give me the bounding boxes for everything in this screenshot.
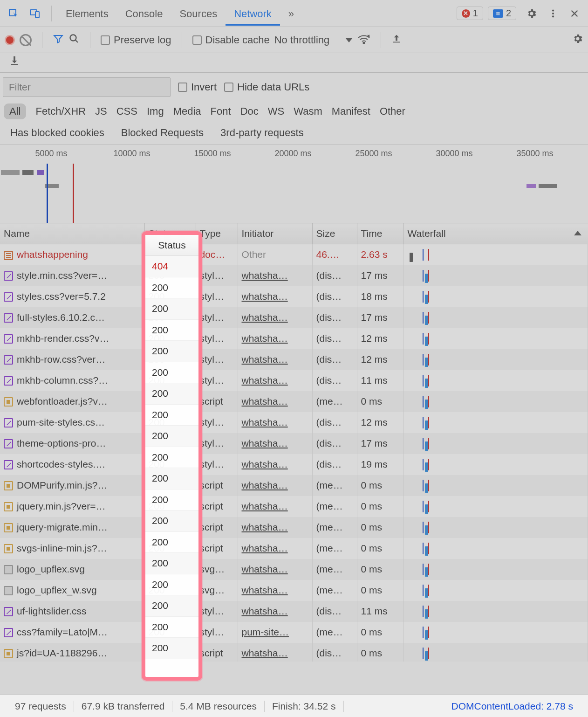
cell-initiator[interactable]: whatsha… xyxy=(238,538,312,559)
cell-initiator[interactable]: Other xyxy=(238,244,312,265)
table-row[interactable]: styles.css?ver=5.7.2200styl…whatsha…(dis… xyxy=(0,286,588,307)
preserve-log-checkbox[interactable]: Preserve log xyxy=(101,34,171,46)
cell-initiator[interactable]: whatsha… xyxy=(238,391,312,412)
table-row[interactable]: jquery-migrate.min…200scriptwhatsha…(me…… xyxy=(0,517,588,538)
device-toolbar-icon[interactable] xyxy=(26,5,44,22)
hide-data-urls-checkbox[interactable]: Hide data URLs xyxy=(224,81,309,93)
cell-initiator[interactable]: whatsha… xyxy=(238,286,312,307)
type-chip-ws[interactable]: WS xyxy=(268,105,284,117)
col-size[interactable]: Size xyxy=(312,223,357,244)
cell-status: 200 xyxy=(144,412,196,433)
tab-console[interactable]: Console xyxy=(117,1,171,26)
tab-sources[interactable]: Sources xyxy=(171,1,226,26)
table-row[interactable]: style.min.css?ver=…200styl…whatsha…(dis…… xyxy=(0,265,588,286)
type-chip-wasm[interactable]: Wasm xyxy=(294,105,322,117)
settings-icon[interactable] xyxy=(523,5,540,22)
network-conditions-icon[interactable] xyxy=(357,34,370,46)
table-row[interactable]: svgs-inline-min.js?…200scriptwhatsha…(me… xyxy=(0,538,588,559)
invert-checkbox[interactable]: Invert xyxy=(178,81,217,93)
css-file-icon xyxy=(4,376,13,386)
cell-initiator[interactable]: whatsha… xyxy=(238,412,312,433)
disable-cache-checkbox[interactable]: Disable cache xyxy=(192,34,270,46)
cell-initiator[interactable]: whatsha… xyxy=(238,496,312,517)
table-row[interactable]: shortcodes-styles.…200styl…whatsha…(dis…… xyxy=(0,454,588,475)
col-status[interactable]: Status xyxy=(144,223,196,244)
table-row[interactable]: logo_upflex.svg200svg…whatsha…(me…0 ms xyxy=(0,559,588,580)
cell-name: style.min.css?ver=… xyxy=(0,265,144,286)
col-name[interactable]: Name xyxy=(0,223,144,244)
cell-initiator[interactable]: whatsha… xyxy=(238,475,312,496)
table-row[interactable]: theme-options-pro…200styl…whatsha…(dis…1… xyxy=(0,433,588,454)
network-settings-icon[interactable] xyxy=(572,33,583,47)
import-har-icon[interactable] xyxy=(391,34,402,46)
cell-initiator[interactable]: whatsha… xyxy=(238,580,312,601)
table-row[interactable]: jquery.min.js?ver=…200scriptwhatsha…(me…… xyxy=(0,496,588,517)
table-row[interactable]: js?id=UA-1188296…200scriptwhatsha…(dis…0… xyxy=(0,643,588,662)
tab-elements[interactable]: Elements xyxy=(57,1,117,26)
blocked-requests-checkbox[interactable]: Blocked Requests xyxy=(116,127,204,139)
type-chip-css[interactable]: CSS xyxy=(116,105,137,117)
cell-waterfall xyxy=(403,517,588,538)
cell-initiator[interactable]: pum-site… xyxy=(238,622,312,643)
cell-waterfall xyxy=(403,286,588,307)
close-icon[interactable] xyxy=(566,5,583,22)
has-blocked-cookies-checkbox[interactable]: Has blocked cookies xyxy=(6,127,104,139)
cell-initiator[interactable]: whatsha… xyxy=(238,328,312,349)
filter-toggle-icon[interactable] xyxy=(53,33,64,47)
table-row[interactable]: mkhb-render.css?v…200styl…whatsha…(dis…1… xyxy=(0,328,588,349)
table-row[interactable]: mkhb-row.css?ver…200styl…whatsha…(dis…12… xyxy=(0,349,588,370)
type-chip-img[interactable]: Img xyxy=(147,105,164,117)
type-chip-doc[interactable]: Doc xyxy=(240,105,259,117)
record-button[interactable] xyxy=(5,35,15,45)
filter-input[interactable] xyxy=(3,77,171,97)
sort-asc-icon xyxy=(574,231,581,235)
col-time[interactable]: Time xyxy=(357,223,403,244)
table-row[interactable]: whatshappening404doc…Other46.…2.63 s xyxy=(0,244,588,265)
type-chip-media[interactable]: Media xyxy=(173,105,201,117)
inspect-icon[interactable] xyxy=(5,5,22,22)
table-row[interactable]: webfontloader.js?v…200scriptwhatsha…(me…… xyxy=(0,391,588,412)
cell-initiator[interactable]: whatsha… xyxy=(238,433,312,454)
errors-badge[interactable]: ✕ 1 xyxy=(457,7,483,20)
cell-initiator[interactable]: whatsha… xyxy=(238,601,312,622)
table-row[interactable]: full-styles.6.10.2.c…200styl…whatsha…(di… xyxy=(0,307,588,328)
table-row[interactable]: mkhb-column.css?…200styl…whatsha…(dis…11… xyxy=(0,370,588,391)
clear-button[interactable] xyxy=(20,34,32,46)
type-chip-manifest[interactable]: Manifest xyxy=(332,105,370,117)
tabs-overflow[interactable]: » xyxy=(280,1,302,26)
third-party-checkbox[interactable]: 3rd-party requests xyxy=(216,127,304,139)
cell-initiator[interactable]: whatsha… xyxy=(238,454,312,475)
cell-initiator[interactable]: whatsha… xyxy=(238,265,312,286)
cell-initiator[interactable]: whatsha… xyxy=(238,559,312,580)
tab-network[interactable]: Network xyxy=(226,1,280,26)
col-initiator[interactable]: Initiator xyxy=(238,223,312,244)
cell-status: 200 xyxy=(144,475,196,496)
type-chip-other[interactable]: Other xyxy=(380,105,405,117)
kebab-menu-icon[interactable] xyxy=(544,5,562,22)
col-waterfall[interactable]: Waterfall xyxy=(403,223,588,244)
table-row[interactable]: pum-site-styles.cs…200styl…whatsha…(dis…… xyxy=(0,412,588,433)
export-har-icon[interactable] xyxy=(9,56,20,67)
type-chip-font[interactable]: Font xyxy=(211,105,231,117)
cell-initiator[interactable]: whatsha… xyxy=(238,370,312,391)
cell-initiator[interactable]: whatsha… xyxy=(238,307,312,328)
cell-initiator[interactable]: whatsha… xyxy=(238,517,312,538)
type-chip-js[interactable]: JS xyxy=(95,105,107,117)
checkbox-icon xyxy=(178,83,187,92)
col-type[interactable]: Type xyxy=(196,223,238,244)
cell-name: mkhb-column.css?… xyxy=(0,370,144,391)
table-row[interactable]: css?family=Lato|M…200styl…pum-site…(me…0… xyxy=(0,622,588,643)
type-chip-all[interactable]: All xyxy=(4,103,26,119)
timeline-overview[interactable]: 5000 ms10000 ms15000 ms20000 ms25000 ms3… xyxy=(0,145,588,223)
cell-initiator[interactable]: whatsha… xyxy=(238,349,312,370)
search-icon[interactable] xyxy=(68,33,80,47)
table-row[interactable]: uf-lightslider.css200styl…whatsha…(dis…1… xyxy=(0,601,588,622)
messages-badge[interactable]: ≡ 2 xyxy=(488,7,516,20)
table-row[interactable]: logo_upflex_w.svg200svg…whatsha…(me…0 ms xyxy=(0,580,588,601)
throttling-select[interactable]: No throttling xyxy=(274,34,353,46)
type-chip-fetchxhr[interactable]: Fetch/XHR xyxy=(35,105,86,117)
cell-status: 200 xyxy=(144,496,196,517)
cell-initiator[interactable]: whatsha… xyxy=(238,643,312,662)
export-row xyxy=(0,53,588,73)
table-row[interactable]: DOMPurify.min.js?…200scriptwhatsha…(me…0… xyxy=(0,475,588,496)
